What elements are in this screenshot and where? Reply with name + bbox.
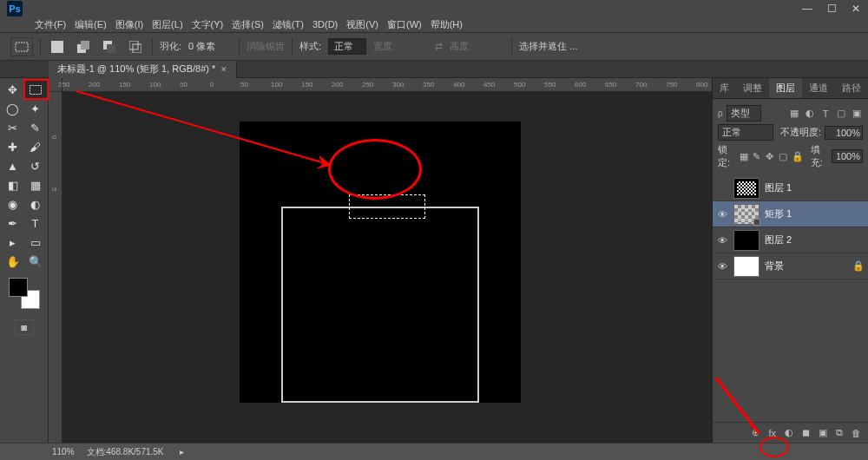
pen-tool[interactable]: ✒ bbox=[2, 214, 24, 233]
style-dropdown[interactable]: 正常 bbox=[328, 38, 366, 55]
lock-all-icon[interactable]: 🔒 bbox=[792, 150, 804, 162]
lock-pixels-icon[interactable]: ✎ bbox=[752, 150, 761, 162]
filter-smart-icon[interactable]: ▣ bbox=[851, 108, 863, 120]
new-layer-button[interactable]: ⧉ bbox=[836, 427, 843, 438]
layer-row[interactable]: 图层 1 bbox=[713, 175, 868, 201]
refine-edge-button[interactable]: 选择并遮住 ... bbox=[519, 40, 577, 53]
minimize-button[interactable]: — bbox=[795, 0, 819, 16]
hand-tool[interactable]: ✋ bbox=[2, 252, 24, 271]
blend-mode-dropdown[interactable]: 正常 bbox=[718, 124, 773, 141]
tab-library[interactable]: 库 bbox=[713, 78, 736, 98]
layer-name[interactable]: 背景 bbox=[765, 260, 784, 273]
feather-input[interactable]: 0 像素 bbox=[188, 40, 232, 53]
canvas-area[interactable]: 2502001501005005010015020025030035040045… bbox=[49, 78, 712, 443]
layer-thumb[interactable] bbox=[733, 204, 760, 225]
selection-subtract-icon[interactable] bbox=[100, 39, 119, 55]
rectangle-shape-tool[interactable]: ▭ bbox=[24, 233, 47, 252]
blur-tool[interactable]: ◉ bbox=[2, 194, 24, 214]
layer-thumb[interactable] bbox=[733, 230, 760, 251]
separator bbox=[292, 38, 293, 56]
visibility-toggle[interactable]: 👁 bbox=[716, 261, 728, 272]
selection-intersect-icon[interactable] bbox=[126, 39, 145, 55]
layer-kind-dropdown[interactable]: 类型 bbox=[727, 105, 761, 122]
adjustment-button[interactable]: ◼ bbox=[802, 427, 810, 438]
eraser-tool[interactable]: ◧ bbox=[2, 175, 24, 194]
eyedropper-tool[interactable]: ✎ bbox=[24, 118, 47, 137]
selection-new-icon[interactable] bbox=[48, 39, 67, 55]
healing-tool[interactable]: ✚ bbox=[2, 137, 24, 156]
lock-artboard-icon[interactable]: ▢ bbox=[779, 150, 788, 162]
menu-view[interactable]: 视图(V) bbox=[343, 16, 382, 33]
filter-adjust-icon[interactable]: ◐ bbox=[804, 108, 816, 120]
ruler-vertical[interactable]: 05 bbox=[49, 92, 62, 443]
menu-help[interactable]: 帮助(H) bbox=[427, 16, 466, 33]
layer-thumb[interactable] bbox=[733, 178, 760, 199]
color-swatches[interactable] bbox=[9, 278, 40, 309]
layer-name[interactable]: 图层 2 bbox=[765, 233, 792, 246]
visibility-toggle[interactable]: 👁 bbox=[716, 209, 728, 220]
dodge-tool[interactable]: ◐ bbox=[24, 194, 47, 214]
mask-button[interactable]: ◐ bbox=[785, 427, 793, 438]
crop-tool[interactable]: ✂ bbox=[2, 118, 24, 137]
swap-wh-icon[interactable]: ⇄ bbox=[435, 41, 443, 52]
maximize-button[interactable]: ☐ bbox=[819, 0, 844, 16]
filter-type-icon[interactable]: T bbox=[819, 108, 832, 120]
layer-row[interactable]: 👁 图层 2 bbox=[713, 227, 868, 253]
brush-tool[interactable]: 🖌 bbox=[24, 137, 47, 156]
layer-thumb[interactable] bbox=[733, 256, 760, 277]
opacity-input[interactable]: 100% bbox=[825, 126, 863, 140]
menu-edit[interactable]: 编辑(E) bbox=[71, 16, 110, 33]
stamp-tool[interactable]: ▲ bbox=[2, 156, 24, 175]
menu-select[interactable]: 选择(S) bbox=[228, 16, 267, 33]
rectangle-shape bbox=[281, 207, 479, 403]
tab-paths[interactable]: 路径 bbox=[835, 78, 868, 98]
quickmask-button[interactable]: ◙ bbox=[15, 319, 34, 335]
menu-file[interactable]: 文件(F) bbox=[31, 16, 69, 33]
current-tool-icon[interactable] bbox=[10, 37, 33, 56]
close-tab-icon[interactable]: ✕ bbox=[220, 65, 227, 74]
tab-layers[interactable]: 图层 bbox=[769, 78, 802, 98]
link-layers-button[interactable]: ⊕ bbox=[752, 427, 760, 438]
type-tool[interactable]: T bbox=[24, 214, 47, 233]
history-brush-tool[interactable]: ↺ bbox=[24, 156, 47, 175]
visibility-toggle[interactable]: 👁 bbox=[716, 235, 728, 246]
antialias-checkbox[interactable]: 消除锯齿 bbox=[247, 40, 285, 53]
zoom-tool[interactable]: 🔍 bbox=[24, 252, 47, 271]
doc-size-readout[interactable]: 文档:468.8K/571.5K bbox=[87, 446, 164, 458]
foreground-color[interactable] bbox=[9, 278, 28, 297]
tab-adjust[interactable]: 调整 bbox=[736, 78, 769, 98]
layer-row[interactable]: 👁 矩形 1 bbox=[713, 201, 868, 227]
ruler-horizontal[interactable]: 2502001501005005010015020025030035040045… bbox=[62, 78, 712, 92]
fx-button[interactable]: fx bbox=[768, 428, 776, 438]
layer-name[interactable]: 图层 1 bbox=[765, 181, 792, 194]
gradient-tool[interactable]: ▦ bbox=[24, 175, 47, 194]
filter-shape-icon[interactable]: ▢ bbox=[835, 108, 847, 120]
menu-layer[interactable]: 图层(L) bbox=[148, 16, 186, 33]
menu-image[interactable]: 图像(I) bbox=[112, 16, 147, 33]
marquee-tool[interactable] bbox=[24, 80, 47, 99]
tab-channels[interactable]: 通道 bbox=[802, 78, 835, 98]
lock-position-icon[interactable]: ✥ bbox=[765, 150, 774, 162]
menu-3d[interactable]: 3D(D) bbox=[309, 17, 341, 31]
close-button[interactable]: ✕ bbox=[844, 0, 868, 16]
delete-layer-button[interactable]: 🗑 bbox=[852, 428, 861, 438]
menu-type[interactable]: 文字(Y) bbox=[188, 16, 227, 33]
fill-input[interactable]: 100% bbox=[832, 149, 863, 163]
lasso-tool[interactable]: ◯ bbox=[2, 99, 24, 118]
group-button[interactable]: ▣ bbox=[819, 427, 827, 438]
layer-name[interactable]: 矩形 1 bbox=[765, 207, 792, 220]
layer-row[interactable]: 👁 背景 🔒 bbox=[713, 253, 868, 279]
status-menu-icon[interactable]: ▸ bbox=[180, 447, 184, 457]
feather-label: 羽化: bbox=[160, 40, 181, 53]
filter-pixel-icon[interactable]: ▦ bbox=[788, 108, 800, 120]
zoom-readout[interactable]: 110% bbox=[52, 447, 75, 457]
lock-transparency-icon[interactable]: ▦ bbox=[739, 150, 748, 162]
selection-add-icon[interactable] bbox=[74, 39, 93, 55]
document-tab[interactable]: 未标题-1 @ 110% (矩形 1, RGB/8#) * ✕ bbox=[49, 61, 237, 78]
menu-window[interactable]: 窗口(W) bbox=[384, 16, 425, 33]
path-select-tool[interactable]: ▸ bbox=[2, 233, 24, 252]
menu-filter[interactable]: 滤镜(T) bbox=[269, 16, 307, 33]
magic-wand-tool[interactable]: ✦ bbox=[24, 99, 47, 118]
document-canvas[interactable] bbox=[240, 122, 521, 403]
move-tool[interactable]: ✥ bbox=[2, 80, 24, 99]
